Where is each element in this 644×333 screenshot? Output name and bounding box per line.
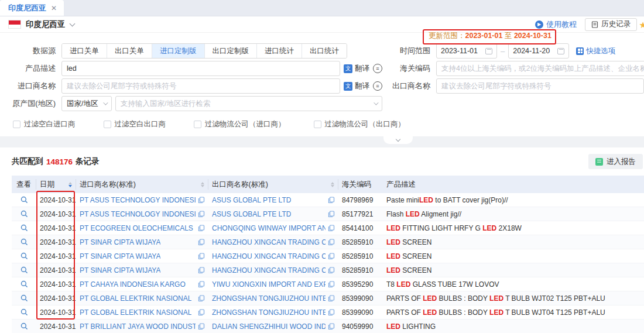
date-from-input[interactable]: 2023-11-01 <box>436 43 497 59</box>
copy-icon[interactable] <box>328 225 335 232</box>
hs-code-input[interactable]: 支持4位以上海关编码，或2位海关编码加上产品描述、企业名称的任意信息 <box>436 61 644 76</box>
header-exporter[interactable]: 出口商名称(标准) <box>208 179 338 190</box>
copy-icon[interactable] <box>198 309 205 316</box>
header-date[interactable]: 日期 <box>36 179 76 190</box>
chevron-down-icon[interactable] <box>69 20 75 26</box>
tab-import-declarations[interactable]: 进口关单 <box>62 44 107 58</box>
translate-button[interactable]: 文 翻译 <box>344 64 369 74</box>
view-details-icon[interactable] <box>20 196 28 204</box>
sort-icon[interactable] <box>68 182 72 187</box>
checkbox-filter-logistics-exporter[interactable]: 过滤物流公司（出口商） <box>314 119 406 129</box>
tab-export-declarations[interactable]: 出口关单 <box>107 44 152 58</box>
exporter-link[interactable]: HANGZHOU XINGCAN TRADING CO LTD <box>212 266 326 274</box>
tab-close-icon[interactable]: ✕ <box>51 4 57 12</box>
exporter-link[interactable]: YIWU XIONGXIN IMPORT AND EXPORT... <box>212 280 326 289</box>
copy-icon[interactable] <box>198 197 205 204</box>
importer-link[interactable]: PT GLOBAL ELEKTRIK NASIONAL <box>80 294 191 303</box>
tab-import-statistics[interactable]: 进口统计 <box>256 44 302 58</box>
view-details-icon[interactable] <box>20 252 28 260</box>
filter-panel: 更新范围：2023-01-01 至 2024-10-31 数据源 进口关单 出口… <box>0 33 644 136</box>
origin-country-select[interactable]: 国家/地区 <box>61 96 112 111</box>
importer-link[interactable]: PT ECOGREEN OLEOCHEMICALS <box>80 224 193 232</box>
tab-indonesia[interactable]: 印度尼西亚 ✕ <box>0 0 64 16</box>
copy-icon[interactable] <box>198 211 205 218</box>
enter-report-button[interactable]: 进入报告 <box>588 154 643 169</box>
copy-icon[interactable] <box>198 239 205 246</box>
origin-label: 原产国(地区) <box>0 98 56 109</box>
exact-match-icon[interactable]: ≡ <box>373 81 382 91</box>
importer-link[interactable]: PT SINAR CIPTA WIJAYA <box>80 252 160 260</box>
quick-options-button[interactable]: 快捷选项 <box>576 46 615 56</box>
copy-icon[interactable] <box>198 253 205 260</box>
header-importer[interactable]: 进口商名称(标准) <box>76 179 208 190</box>
exporter-link[interactable]: HANGZHOU XINGCAN TRADING CO LTD <box>212 252 326 260</box>
copy-icon[interactable] <box>328 309 335 316</box>
sort-icon[interactable] <box>331 182 334 187</box>
exporter-link[interactable]: ASUS GLOBAL PTE LTD <box>212 196 291 204</box>
hs-code-cell: 85285910 <box>338 252 383 260</box>
copy-icon[interactable] <box>328 295 335 302</box>
importer-link[interactable]: PT SINAR CIPTA WIJAYA <box>80 266 160 274</box>
translate-button[interactable]: 文 翻译 <box>344 81 369 91</box>
copy-icon[interactable] <box>328 281 335 288</box>
importer-input[interactable]: 建议去除公司尾部字符或特殊符号 <box>61 78 340 94</box>
date-to-input[interactable]: 2024-11-20 <box>508 43 569 59</box>
view-details-icon[interactable] <box>20 322 28 330</box>
view-details-icon[interactable] <box>20 280 28 288</box>
country-bar: 印度尼西亚 ▶ 使用教程 历史记录 ★ <box>0 16 644 33</box>
hs-code-cell: 94059990 <box>338 322 383 331</box>
view-details-icon[interactable] <box>20 294 28 302</box>
product-desc-input[interactable]: led <box>61 61 340 76</box>
importer-link[interactable]: PT CAHAYA INDONESIA KARGO <box>80 280 186 289</box>
exporter-link[interactable]: ASUS GLOBAL PTE LTD <box>212 210 291 218</box>
view-details-icon[interactable] <box>20 308 28 316</box>
origin-placeholder: 支持输入国家/地区进行检索 <box>121 99 210 109</box>
importer-link[interactable]: PT SINAR CIPTA WIJAYA <box>80 238 160 246</box>
copy-icon[interactable] <box>198 225 205 232</box>
importer-link[interactable]: PT ASUS TECHNOLOGY INDONESIA BA... <box>80 210 196 218</box>
exporter-link[interactable]: ZHONGSHAN TONGJIUZHOU INTERNA... <box>212 308 326 317</box>
view-details-icon[interactable] <box>20 266 28 274</box>
tab-import-custom[interactable]: 进口定制版 <box>152 44 204 58</box>
copy-icon[interactable] <box>328 253 335 260</box>
view-details-icon[interactable] <box>20 224 28 232</box>
copy-icon[interactable] <box>198 281 205 288</box>
importer-link[interactable]: PT ASUS TECHNOLOGY INDONESIA BA... <box>80 196 196 204</box>
origin-search-input[interactable]: 支持输入国家/地区进行检索 <box>115 96 382 111</box>
exporter-link[interactable]: HANGZHOU XINGCAN TRADING CO LTD <box>212 238 326 246</box>
importer-link[interactable]: PT GLOBAL ELEKTRIK NASIONAL <box>80 308 191 317</box>
translate-icon: 文 <box>344 64 352 73</box>
copy-icon[interactable] <box>198 267 205 274</box>
update-range-text: 更新范围：2023-01-01 至 2024-10-31 <box>429 31 551 41</box>
copy-icon[interactable] <box>328 239 335 246</box>
checkbox-icon <box>314 121 321 128</box>
tab-export-statistics[interactable]: 出口统计 <box>302 44 347 58</box>
view-details-icon[interactable] <box>20 238 28 246</box>
copy-icon[interactable] <box>328 323 335 330</box>
importer-link[interactable]: PT BRILLIANT JAYA WOOD INDUSTRY <box>80 322 196 331</box>
checkbox-filter-blank-exporter[interactable]: 过滤空白出口商 <box>104 119 166 129</box>
exporter-input[interactable]: 建议去除公司尾部字符或特殊符号 <box>436 78 644 94</box>
tutorial-link[interactable]: ▶ 使用教程 <box>535 19 577 30</box>
exact-match-icon[interactable]: ≡ <box>373 64 382 73</box>
copy-icon[interactable] <box>328 197 335 204</box>
tab-export-custom[interactable]: 出口定制版 <box>204 44 257 58</box>
copy-icon[interactable] <box>328 267 335 274</box>
product-desc-cell: LED FITTING LIGHT HRFY G LED 2X18W <box>383 224 644 232</box>
copy-icon[interactable] <box>198 323 205 330</box>
checkbox-filter-blank-importer[interactable]: 过滤空白进口商 <box>13 119 76 129</box>
collapse-panel-handle[interactable] <box>383 136 413 144</box>
exporter-link[interactable]: ZHONGSHAN TONGJIUZHOU INTERNA... <box>212 294 326 303</box>
checkbox-filter-logistics-importer[interactable]: 过滤物流公司（进口商） <box>194 119 286 129</box>
view-details-icon[interactable] <box>20 210 28 218</box>
date-cell: 2024-10-31 <box>36 238 76 246</box>
product-desc-value: led <box>67 64 77 73</box>
exporter-link[interactable]: DALIAN SHENGZHIHUI WOOD INDUST... <box>212 322 326 331</box>
sort-icon[interactable] <box>201 182 204 187</box>
date-cell: 2024-10-31 <box>36 308 76 317</box>
copy-icon[interactable] <box>198 295 205 302</box>
favorite-star-icon[interactable]: ★ <box>639 20 644 30</box>
exporter-link[interactable]: CHONGQING WINWAY IMPORT AND E... <box>212 224 326 232</box>
history-button[interactable]: 历史记录 <box>585 18 637 31</box>
copy-icon[interactable] <box>328 211 335 218</box>
